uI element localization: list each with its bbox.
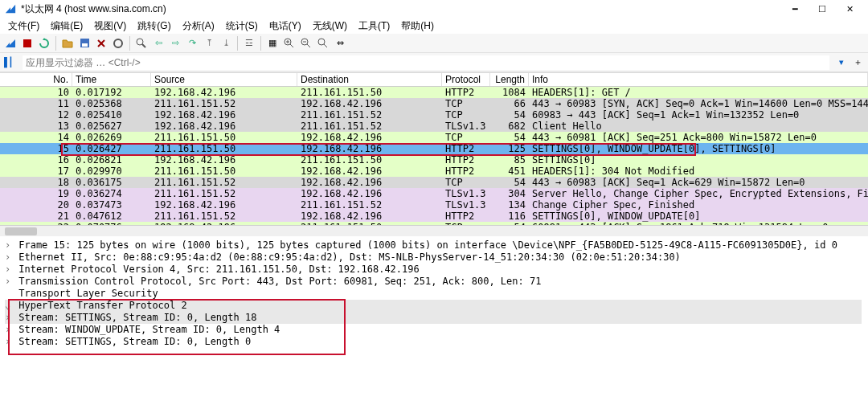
tree-caret-icon: › [5,336,13,348]
colorize-icon[interactable]: ▦ [265,36,280,51]
app-logo-icon [5,3,16,14]
horizontal-scrollbar[interactable] [0,225,868,236]
packet-row[interactable]: 170.029970211.161.151.50192.168.42.196HT… [0,166,868,177]
packet-row[interactable]: 210.047612211.161.151.52192.168.42.196HT… [0,211,868,222]
svg-line-9 [290,44,293,47]
menu-help[interactable]: 帮助(H) [396,18,439,35]
packet-row[interactable]: 200.037473192.168.42.196211.161.151.52TL… [0,199,868,211]
find-icon[interactable] [134,36,149,51]
jump-icon[interactable]: ↷ [185,36,199,51]
col-info[interactable]: Info [529,73,868,86]
menu-edit[interactable]: 编辑(E) [46,18,88,35]
svg-rect-2 [82,43,88,47]
col-protocol[interactable]: Protocol [442,73,490,86]
tree-caret-icon: › [5,276,13,288]
go-first-icon[interactable]: ⤒ [202,36,216,51]
packet-row[interactable]: 110.025368211.161.151.52192.168.42.196TC… [0,98,868,109]
resize-columns-icon[interactable]: ⇔ [333,36,347,51]
tree-caret-icon: › [5,324,13,336]
svg-point-15 [318,39,325,45]
detail-line[interactable]: › Stream: SETTINGS, Stream ID: 0, Length… [5,336,862,348]
display-filter-input[interactable] [23,55,829,70]
open-file-icon[interactable] [60,36,75,51]
col-destination[interactable]: Destination [297,73,442,86]
svg-point-5 [114,39,122,47]
menu-telephony[interactable]: 电话(Y) [264,18,306,35]
packet-list-body[interactable]: 100.017192192.168.42.196211.161.151.50HT… [0,87,868,225]
tree-caret-icon: ⌄ [5,300,13,312]
packet-row[interactable]: 120.025410192.168.42.196211.161.151.52TC… [0,109,868,121]
go-last-icon[interactable]: ⤓ [219,36,233,51]
menubar: 文件(F) 编辑(E) 视图(V) 跳转(G) 分析(A) 统计(S) 电话(Y… [0,18,868,34]
menu-file[interactable]: 文件(F) [3,18,44,35]
col-no[interactable]: No. [0,73,72,86]
window-close-button[interactable]: ✕ [836,0,863,18]
menu-go[interactable]: 跳转(G) [133,18,175,35]
restart-capture-icon[interactable] [37,36,51,51]
window-title: *以太网 4 (host www.sina.com.cn) [21,2,781,16]
svg-line-16 [324,44,327,47]
filter-bar: ▌▏ ▾ ＋ [0,53,868,72]
zoom-out-icon[interactable] [299,36,313,51]
zoom-reset-icon[interactable] [316,36,330,51]
autoscroll-icon[interactable]: ☲ [242,36,256,51]
packet-row[interactable]: 100.017192192.168.42.196211.161.151.50HT… [0,87,868,98]
detail-line[interactable]: › Stream: WINDOW_UPDATE, Stream ID: 0, L… [5,324,862,336]
menu-stats[interactable]: 统计(S) [221,18,263,35]
menu-wireless[interactable]: 无线(W) [308,18,352,35]
toolbar-separator [260,36,261,51]
toolbar-separator [55,36,56,51]
toolbar-separator [237,36,238,51]
packet-row[interactable]: 180.036175211.161.151.52192.168.42.196TC… [0,177,868,188]
detail-line[interactable]: › Ethernet II, Src: 0e:88:c9:95:4a:d2 (0… [5,252,862,264]
detail-line[interactable]: › Internet Protocol Version 4, Src: 211.… [5,264,862,276]
detail-line[interactable]: Transport Layer Security [5,288,862,300]
filter-apply-icon[interactable]: ＋ [850,55,865,70]
detail-line[interactable]: › Transmission Control Protocol, Src Por… [5,276,862,288]
filter-expression-icon[interactable]: ▾ [834,55,849,70]
detail-line[interactable]: › Frame 15: 125 bytes on wire (1000 bits… [5,239,862,252]
menu-view[interactable]: 视图(V) [89,18,131,35]
tree-caret-icon: › [5,312,13,324]
packet-row[interactable]: 140.026269211.161.151.50192.168.42.196TC… [0,132,868,143]
packet-details-pane[interactable]: › Frame 15: 125 bytes on wire (1000 bits… [0,236,868,409]
svg-point-6 [137,39,143,45]
toolbar-separator [129,36,130,51]
prev-icon[interactable]: ⇦ [151,36,166,51]
toolbar: ⇦ ⇨ ↷ ⤒ ⤓ ☲ ▦ ⇔ [0,34,868,53]
packet-row[interactable]: 190.036274211.161.151.52192.168.42.196TL… [0,188,868,199]
menu-analyze[interactable]: 分析(A) [178,18,219,35]
close-file-icon[interactable] [94,36,108,51]
col-source[interactable]: Source [151,73,297,86]
menu-tools[interactable]: 工具(T) [354,18,395,35]
titlebar: *以太网 4 (host www.sina.com.cn) ━ ☐ ✕ [0,0,868,18]
packet-row[interactable]: 160.026821192.168.42.196211.161.151.50HT… [0,154,868,166]
reload-icon[interactable] [111,36,125,51]
window-maximize-button[interactable]: ☐ [809,0,836,18]
packet-list-header: No. Time Source Destination Protocol Len… [0,72,868,87]
packet-row[interactable]: 150.026427211.161.151.50192.168.42.196HT… [0,143,868,154]
zoom-in-icon[interactable] [282,36,297,51]
stop-capture-icon[interactable] [20,36,35,51]
detail-line[interactable]: › Stream: SETTINGS, Stream ID: 0, Length… [5,312,862,324]
packet-row[interactable]: 220.070776192.168.42.196211.161.151.50TC… [0,222,868,225]
next-icon[interactable]: ⇨ [168,36,182,51]
tree-caret-icon: › [5,264,13,276]
col-time[interactable]: Time [72,73,151,86]
tree-caret-icon: › [5,252,13,264]
svg-line-7 [142,44,145,47]
svg-line-13 [307,44,310,47]
start-capture-icon[interactable] [3,36,18,51]
bookmark-filter-icon[interactable]: ▌▏ [3,55,18,70]
packet-row[interactable]: 130.025627192.168.42.196211.161.151.52TL… [0,121,868,132]
detail-line[interactable]: ⌄ HyperText Transfer Protocol 2 [5,300,862,312]
save-file-icon[interactable] [77,36,92,51]
tree-caret-icon: › [5,239,13,252]
window-minimize-button[interactable]: ━ [781,0,809,18]
svg-rect-0 [23,39,31,47]
col-length[interactable]: Length [490,73,529,86]
packet-list-pane: No. Time Source Destination Protocol Len… [0,72,868,225]
